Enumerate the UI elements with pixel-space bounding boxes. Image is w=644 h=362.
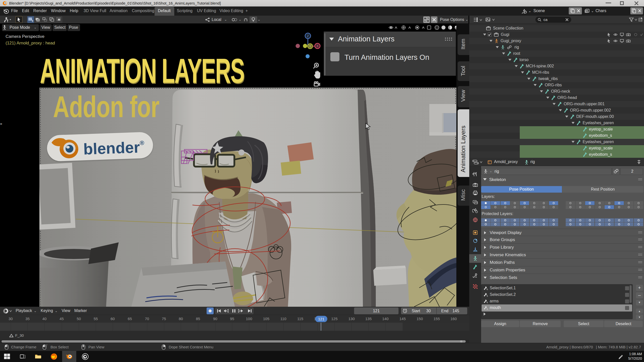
svg-text:X: X: [316, 44, 318, 47]
svg-text:Z: Z: [307, 34, 309, 38]
svg-text:Y: Y: [309, 45, 311, 48]
